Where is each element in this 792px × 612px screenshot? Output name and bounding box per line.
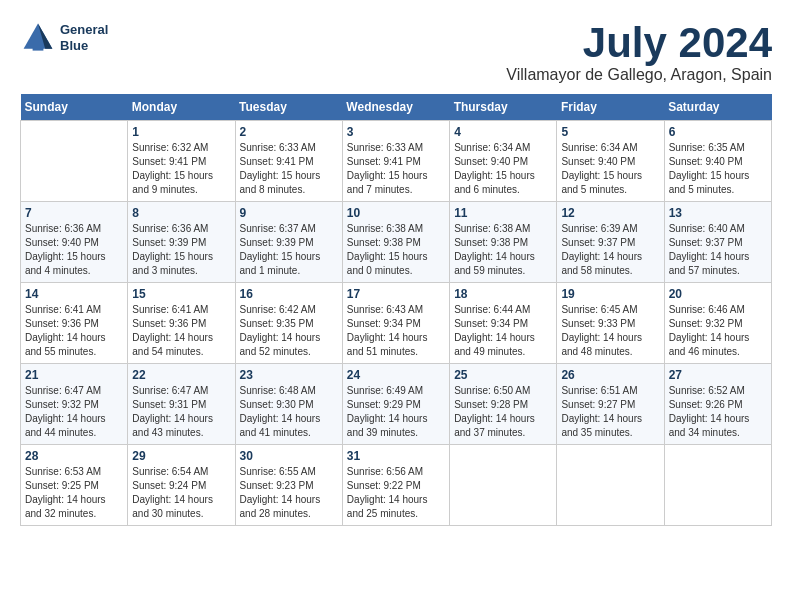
day-number: 3 <box>347 125 445 139</box>
calendar-header-row: SundayMondayTuesdayWednesdayThursdayFrid… <box>21 94 772 121</box>
day-info: Sunrise: 6:36 AMSunset: 9:40 PMDaylight:… <box>25 222 123 278</box>
calendar-cell: 11Sunrise: 6:38 AMSunset: 9:38 PMDayligh… <box>450 202 557 283</box>
day-info: Sunrise: 6:47 AMSunset: 9:31 PMDaylight:… <box>132 384 230 440</box>
day-number: 25 <box>454 368 552 382</box>
day-info: Sunrise: 6:46 AMSunset: 9:32 PMDaylight:… <box>669 303 767 359</box>
month-title: July 2024 <box>506 20 772 66</box>
day-info: Sunrise: 6:49 AMSunset: 9:29 PMDaylight:… <box>347 384 445 440</box>
calendar-week-row: 1Sunrise: 6:32 AMSunset: 9:41 PMDaylight… <box>21 121 772 202</box>
page-header: General Blue July 2024 Villamayor de Gal… <box>20 20 772 84</box>
calendar-cell: 15Sunrise: 6:41 AMSunset: 9:36 PMDayligh… <box>128 283 235 364</box>
svg-rect-2 <box>33 47 44 51</box>
calendar-cell <box>450 445 557 526</box>
day-info: Sunrise: 6:52 AMSunset: 9:26 PMDaylight:… <box>669 384 767 440</box>
logo-text: General Blue <box>60 22 108 53</box>
day-number: 23 <box>240 368 338 382</box>
day-info: Sunrise: 6:38 AMSunset: 9:38 PMDaylight:… <box>347 222 445 278</box>
day-info: Sunrise: 6:50 AMSunset: 9:28 PMDaylight:… <box>454 384 552 440</box>
day-number: 29 <box>132 449 230 463</box>
day-info: Sunrise: 6:37 AMSunset: 9:39 PMDaylight:… <box>240 222 338 278</box>
calendar-week-row: 28Sunrise: 6:53 AMSunset: 9:25 PMDayligh… <box>21 445 772 526</box>
day-info: Sunrise: 6:53 AMSunset: 9:25 PMDaylight:… <box>25 465 123 521</box>
day-info: Sunrise: 6:35 AMSunset: 9:40 PMDaylight:… <box>669 141 767 197</box>
calendar-cell: 12Sunrise: 6:39 AMSunset: 9:37 PMDayligh… <box>557 202 664 283</box>
location-title: Villamayor de Gallego, Aragon, Spain <box>506 66 772 84</box>
calendar-cell: 5Sunrise: 6:34 AMSunset: 9:40 PMDaylight… <box>557 121 664 202</box>
day-header-friday: Friday <box>557 94 664 121</box>
day-number: 9 <box>240 206 338 220</box>
calendar-cell: 14Sunrise: 6:41 AMSunset: 9:36 PMDayligh… <box>21 283 128 364</box>
logo-line1: General <box>60 22 108 38</box>
day-number: 26 <box>561 368 659 382</box>
day-number: 11 <box>454 206 552 220</box>
day-number: 12 <box>561 206 659 220</box>
calendar-cell: 20Sunrise: 6:46 AMSunset: 9:32 PMDayligh… <box>664 283 771 364</box>
day-info: Sunrise: 6:55 AMSunset: 9:23 PMDaylight:… <box>240 465 338 521</box>
day-info: Sunrise: 6:40 AMSunset: 9:37 PMDaylight:… <box>669 222 767 278</box>
calendar-week-row: 7Sunrise: 6:36 AMSunset: 9:40 PMDaylight… <box>21 202 772 283</box>
day-header-saturday: Saturday <box>664 94 771 121</box>
day-header-wednesday: Wednesday <box>342 94 449 121</box>
logo-line2: Blue <box>60 38 108 54</box>
calendar-cell: 4Sunrise: 6:34 AMSunset: 9:40 PMDaylight… <box>450 121 557 202</box>
day-header-sunday: Sunday <box>21 94 128 121</box>
day-header-thursday: Thursday <box>450 94 557 121</box>
calendar-cell: 17Sunrise: 6:43 AMSunset: 9:34 PMDayligh… <box>342 283 449 364</box>
day-number: 31 <box>347 449 445 463</box>
day-info: Sunrise: 6:47 AMSunset: 9:32 PMDaylight:… <box>25 384 123 440</box>
day-info: Sunrise: 6:44 AMSunset: 9:34 PMDaylight:… <box>454 303 552 359</box>
calendar-cell: 25Sunrise: 6:50 AMSunset: 9:28 PMDayligh… <box>450 364 557 445</box>
calendar-week-row: 21Sunrise: 6:47 AMSunset: 9:32 PMDayligh… <box>21 364 772 445</box>
day-number: 15 <box>132 287 230 301</box>
day-info: Sunrise: 6:45 AMSunset: 9:33 PMDaylight:… <box>561 303 659 359</box>
calendar-cell: 1Sunrise: 6:32 AMSunset: 9:41 PMDaylight… <box>128 121 235 202</box>
day-info: Sunrise: 6:41 AMSunset: 9:36 PMDaylight:… <box>25 303 123 359</box>
day-number: 17 <box>347 287 445 301</box>
calendar-cell <box>664 445 771 526</box>
day-info: Sunrise: 6:34 AMSunset: 9:40 PMDaylight:… <box>454 141 552 197</box>
day-info: Sunrise: 6:38 AMSunset: 9:38 PMDaylight:… <box>454 222 552 278</box>
calendar-cell: 31Sunrise: 6:56 AMSunset: 9:22 PMDayligh… <box>342 445 449 526</box>
day-number: 13 <box>669 206 767 220</box>
calendar-cell: 10Sunrise: 6:38 AMSunset: 9:38 PMDayligh… <box>342 202 449 283</box>
day-number: 10 <box>347 206 445 220</box>
calendar-cell <box>21 121 128 202</box>
day-number: 21 <box>25 368 123 382</box>
day-info: Sunrise: 6:43 AMSunset: 9:34 PMDaylight:… <box>347 303 445 359</box>
day-header-tuesday: Tuesday <box>235 94 342 121</box>
title-block: July 2024 Villamayor de Gallego, Aragon,… <box>506 20 772 84</box>
day-info: Sunrise: 6:51 AMSunset: 9:27 PMDaylight:… <box>561 384 659 440</box>
day-number: 5 <box>561 125 659 139</box>
day-number: 1 <box>132 125 230 139</box>
day-number: 16 <box>240 287 338 301</box>
calendar-cell: 27Sunrise: 6:52 AMSunset: 9:26 PMDayligh… <box>664 364 771 445</box>
day-number: 8 <box>132 206 230 220</box>
calendar-cell: 9Sunrise: 6:37 AMSunset: 9:39 PMDaylight… <box>235 202 342 283</box>
calendar-cell: 2Sunrise: 6:33 AMSunset: 9:41 PMDaylight… <box>235 121 342 202</box>
calendar-table: SundayMondayTuesdayWednesdayThursdayFrid… <box>20 94 772 526</box>
day-number: 6 <box>669 125 767 139</box>
day-info: Sunrise: 6:41 AMSunset: 9:36 PMDaylight:… <box>132 303 230 359</box>
calendar-cell: 29Sunrise: 6:54 AMSunset: 9:24 PMDayligh… <box>128 445 235 526</box>
calendar-cell: 24Sunrise: 6:49 AMSunset: 9:29 PMDayligh… <box>342 364 449 445</box>
day-number: 14 <box>25 287 123 301</box>
day-info: Sunrise: 6:56 AMSunset: 9:22 PMDaylight:… <box>347 465 445 521</box>
day-info: Sunrise: 6:34 AMSunset: 9:40 PMDaylight:… <box>561 141 659 197</box>
day-info: Sunrise: 6:33 AMSunset: 9:41 PMDaylight:… <box>240 141 338 197</box>
day-number: 22 <box>132 368 230 382</box>
day-number: 18 <box>454 287 552 301</box>
logo: General Blue <box>20 20 108 56</box>
day-info: Sunrise: 6:33 AMSunset: 9:41 PMDaylight:… <box>347 141 445 197</box>
calendar-cell: 13Sunrise: 6:40 AMSunset: 9:37 PMDayligh… <box>664 202 771 283</box>
day-number: 19 <box>561 287 659 301</box>
calendar-cell <box>557 445 664 526</box>
calendar-cell: 7Sunrise: 6:36 AMSunset: 9:40 PMDaylight… <box>21 202 128 283</box>
day-number: 2 <box>240 125 338 139</box>
day-info: Sunrise: 6:39 AMSunset: 9:37 PMDaylight:… <box>561 222 659 278</box>
calendar-cell: 30Sunrise: 6:55 AMSunset: 9:23 PMDayligh… <box>235 445 342 526</box>
logo-icon <box>20 20 56 56</box>
calendar-cell: 6Sunrise: 6:35 AMSunset: 9:40 PMDaylight… <box>664 121 771 202</box>
day-info: Sunrise: 6:54 AMSunset: 9:24 PMDaylight:… <box>132 465 230 521</box>
calendar-cell: 3Sunrise: 6:33 AMSunset: 9:41 PMDaylight… <box>342 121 449 202</box>
calendar-cell: 16Sunrise: 6:42 AMSunset: 9:35 PMDayligh… <box>235 283 342 364</box>
